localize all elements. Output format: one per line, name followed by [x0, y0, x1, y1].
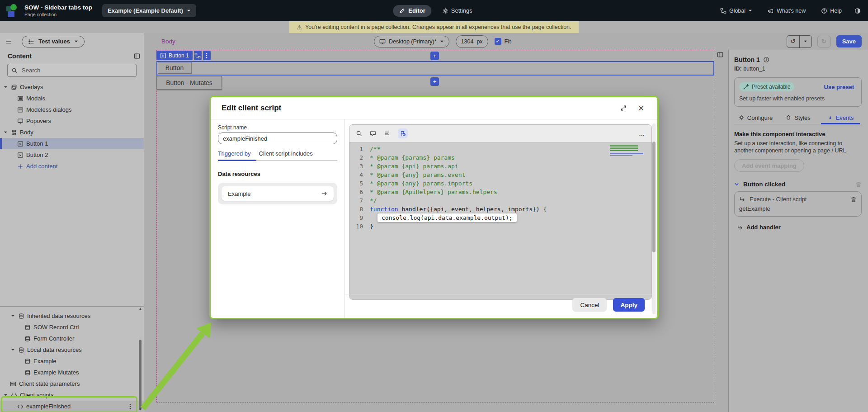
close-modal-icon[interactable]: ×	[636, 103, 646, 113]
app-logo-icon[interactable]	[5, 4, 19, 18]
collapse-panel-icon[interactable]	[134, 53, 140, 59]
tree-item-examplefinished[interactable]: exampleFinished	[0, 401, 144, 412]
tree-expand-icon[interactable]	[3, 393, 8, 397]
tree-item-popovers[interactable]: Popovers	[0, 115, 144, 127]
code-line[interactable]: 5* @param {any} params.imports	[349, 179, 651, 188]
tree-item-sow-record-ctrl[interactable]: SOW Record Ctrl	[0, 322, 144, 333]
tab-configure[interactable]: Configure	[734, 111, 777, 124]
tree-expand-icon[interactable]	[10, 314, 15, 318]
theme-contrast-icon[interactable]	[854, 8, 861, 14]
code-line[interactable]: 6* @param {ApiHelpers} params.helpers	[349, 188, 651, 196]
tree-item-client-scripts[interactable]: Client scripts	[0, 389, 144, 401]
expand-modal-icon[interactable]	[620, 105, 627, 111]
hamburger-menu-icon[interactable]	[5, 38, 12, 45]
return-arrow-icon	[737, 224, 743, 231]
tab-events[interactable]: Events	[819, 111, 862, 124]
component-tree-action-icon[interactable]	[194, 51, 202, 60]
global-scope-button[interactable]: Global	[717, 7, 755, 14]
use-preset-link[interactable]: Use preset	[821, 83, 857, 91]
tree-item-button-2[interactable]: Button 2	[0, 149, 144, 161]
code-line[interactable]: 1/**	[349, 145, 651, 153]
insert-component-above-button[interactable]: +	[430, 52, 439, 60]
tree-item-button-1[interactable]: Button 1	[0, 138, 144, 149]
tree-item-add-content[interactable]: Add content	[0, 161, 144, 172]
editor-search-icon[interactable]	[356, 130, 362, 137]
script-name-input[interactable]	[218, 133, 337, 144]
tree-item-label: Local data resources	[27, 346, 82, 353]
db-icon	[24, 336, 31, 342]
tree-item-example-mutates[interactable]: Example Mutates	[0, 367, 144, 378]
whats-new-button[interactable]: What's new	[765, 7, 808, 14]
tree-item-client-state-parameters[interactable]: Client state parameters	[0, 378, 144, 389]
undo-button[interactable]: ↺	[787, 36, 799, 47]
code-line[interactable]: 10}	[349, 222, 651, 231]
cancel-button[interactable]: Cancel	[572, 298, 607, 312]
selected-component-tag[interactable]: Button 1	[156, 51, 193, 60]
button-1-preview[interactable]: Button	[158, 62, 192, 74]
tree-item-inherited-data-resources[interactable]: Inherited data resources	[0, 310, 144, 322]
code-line[interactable]: 8function handler({api, event, helpers, …	[349, 205, 651, 213]
info-icon[interactable]	[763, 57, 769, 63]
code-line[interactable]: 4* @param {any} params.event	[349, 170, 651, 179]
sidebar-scrollbar[interactable]: ▲ ▼	[138, 307, 142, 411]
scrollbar-thumb[interactable]	[139, 340, 142, 410]
interactive-heading: Make this component interactive	[734, 131, 862, 137]
tree-item-modeless-dialogs[interactable]: Modeless dialogs	[0, 104, 144, 115]
code-line[interactable]: 2* @param {params} params	[349, 153, 651, 162]
modal-scrollbar[interactable]	[652, 123, 656, 314]
button-2-preview[interactable]: Button - Mutates	[156, 76, 222, 90]
sidebar-search[interactable]	[7, 64, 137, 77]
code-line[interactable]: 7*/	[349, 196, 651, 205]
collapse-right-panel-icon[interactable]	[717, 52, 723, 58]
tab-client-script-includes[interactable]: Client script includes	[259, 150, 313, 157]
settings-tab[interactable]: Settings	[439, 7, 475, 14]
apply-button[interactable]: Apply	[613, 298, 645, 312]
selected-button-component[interactable]: Button	[156, 61, 714, 76]
code-line[interactable]: 3* @param {api} params.api	[349, 162, 651, 170]
add-handler-button[interactable]: Add handler	[734, 223, 783, 231]
editor-more-icon[interactable]: …	[639, 130, 645, 137]
chevron-down-icon[interactable]	[734, 182, 739, 187]
help-label: Help	[830, 8, 842, 14]
delete-handler-icon[interactable]	[850, 196, 857, 203]
tree-item-local-data-resources[interactable]: Local data resources	[0, 344, 144, 355]
kebab-menu-icon[interactable]	[129, 403, 131, 410]
warning-icon: ⚠	[297, 24, 302, 31]
editor-comment-icon[interactable]	[370, 130, 376, 137]
viewport-width-value[interactable]: 1304	[461, 38, 474, 45]
data-resource-row[interactable]: Example	[222, 186, 334, 201]
editor-debug-icon[interactable]	[398, 128, 408, 138]
tree-item-modals[interactable]: Modals	[0, 93, 144, 104]
viewport-width-input[interactable]: 1304 px	[456, 35, 488, 48]
insert-component-below-button[interactable]: +	[430, 77, 439, 86]
tree-expand-icon[interactable]	[3, 130, 8, 134]
delete-event-icon[interactable]	[855, 181, 862, 188]
undo-history-dropdown[interactable]	[799, 36, 811, 47]
body-breadcrumb[interactable]: Body	[161, 38, 175, 45]
editor-tab[interactable]: Editor	[393, 5, 431, 17]
tree-item-overlays[interactable]: Overlays	[0, 81, 144, 93]
search-input[interactable]	[21, 66, 127, 74]
code-line[interactable]: 9console.log(api.data.example.output);	[349, 213, 651, 222]
test-values-dropdown[interactable]: Test values	[22, 36, 85, 47]
tree-expand-icon[interactable]	[10, 348, 15, 352]
fit-toggle[interactable]: ✓ Fit	[495, 38, 511, 45]
page-selector-dropdown[interactable]: Example (Example Default)	[102, 4, 196, 17]
handler-card[interactable]: Execute - Client script getExample	[734, 191, 862, 217]
save-button[interactable]: Save	[836, 35, 862, 47]
code-area[interactable]: 1/**2* @param {params} params3* @param {…	[349, 142, 651, 300]
tree-item-body[interactable]: Body	[0, 127, 144, 138]
editor-format-icon[interactable]	[384, 130, 390, 137]
help-button[interactable]: Help	[818, 7, 844, 14]
tree-expand-icon[interactable]	[3, 85, 8, 89]
device-selector[interactable]: Desktop (Primary)*	[374, 36, 449, 47]
scroll-up-icon[interactable]: ▲	[138, 307, 142, 311]
tree-item-form-controller[interactable]: Form Controller	[0, 333, 144, 344]
modal-scrollbar-thumb[interactable]	[652, 142, 656, 252]
fit-checkbox[interactable]: ✓	[495, 38, 501, 45]
tree-item-example[interactable]: Example	[0, 355, 144, 367]
tab-triggered-by[interactable]: Triggered by	[218, 150, 251, 157]
scroll-down-icon[interactable]: ▼	[138, 407, 142, 411]
component-more-menu[interactable]	[203, 51, 211, 60]
tab-styles[interactable]: Styles	[777, 111, 819, 124]
